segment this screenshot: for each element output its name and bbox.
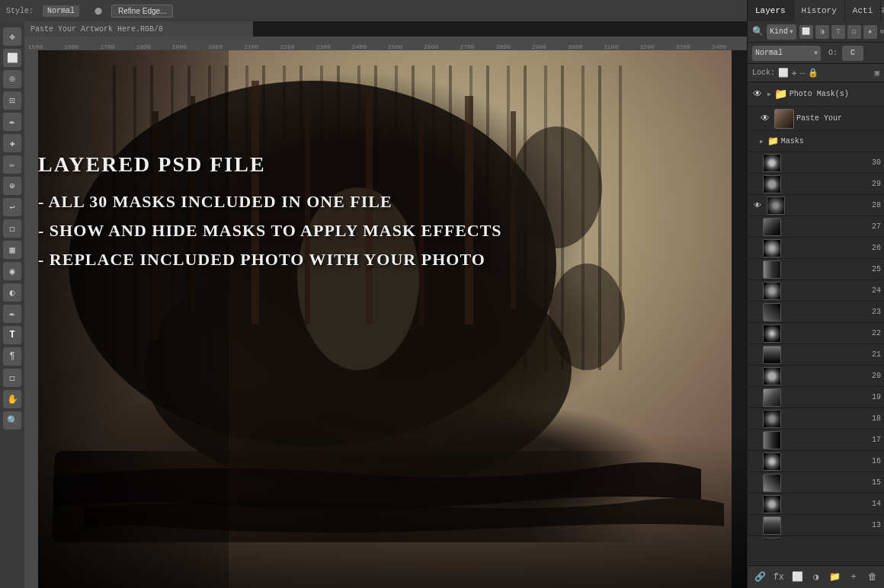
link-layers-icon[interactable]: 🔗 xyxy=(751,569,768,586)
blend-mode-dropdown[interactable]: Normal ▼ xyxy=(752,46,821,61)
pen-tool[interactable]: ✒ xyxy=(3,305,21,323)
ruler-mark: 2100 xyxy=(244,43,258,50)
layer-mask-icon[interactable]: ⬜ xyxy=(789,569,806,586)
eyedropper-tool[interactable]: ✒ xyxy=(3,113,21,131)
mask-layer-16[interactable]: 16 xyxy=(748,451,884,472)
group-layers-icon[interactable]: 📁 xyxy=(827,569,844,586)
paste-layer-visibility-icon[interactable]: 👁 xyxy=(758,112,772,126)
gradient-tool[interactable]: ▦ xyxy=(3,241,21,259)
lasso-tool[interactable]: ⌾ xyxy=(3,70,21,88)
ruler-left xyxy=(24,50,38,588)
masks-folder-icon: 📁 xyxy=(767,136,779,147)
mask-26-thumbnail xyxy=(763,239,781,257)
mask-layer-17[interactable]: 17 xyxy=(748,430,884,451)
kind-dropdown-arrow[interactable]: ▼ xyxy=(790,28,793,35)
adjustment-filter-icon[interactable]: ◑ xyxy=(815,25,829,39)
ruler-mark: 3100 xyxy=(604,43,618,50)
mask-layer-28[interactable]: 👁 28 xyxy=(748,195,884,216)
mask-24-number: 24 xyxy=(872,286,881,295)
opacity-value-field[interactable]: C xyxy=(842,46,863,61)
masks-group[interactable]: ▶ 📁 Masks xyxy=(748,131,884,152)
tab-history[interactable]: History xyxy=(794,0,845,21)
feature-item-2: - SHOW AND HIDE MASKS TO APPLY MASK EFFE… xyxy=(38,221,502,241)
mask-layer-22[interactable]: 22 xyxy=(748,323,884,344)
mask-17-number: 17 xyxy=(872,436,881,444)
delete-layer-icon[interactable]: 🗑 xyxy=(864,569,881,586)
type-tool[interactable]: T xyxy=(3,326,21,344)
mask-16-thumbnail xyxy=(763,452,781,471)
mask-layer-18[interactable]: 18 xyxy=(748,408,884,430)
lock-all-icon[interactable]: 🔒 xyxy=(808,68,818,78)
crop-tool[interactable]: ⊡ xyxy=(3,91,21,110)
adjustment-layer-icon[interactable]: ◑ xyxy=(808,569,825,586)
shape-filter-icon[interactable]: ◻ xyxy=(847,25,861,39)
mask-layer-15[interactable]: 15 xyxy=(748,472,884,494)
mask-layer-23[interactable]: 23 xyxy=(748,302,884,323)
lock-position-icon[interactable]: ✚ xyxy=(792,68,797,78)
panel-options-button[interactable]: ≡ xyxy=(881,0,884,21)
ruler-mark: 2400 xyxy=(352,43,367,50)
overlay-text-container: LAYERED PSD FILE - ALL 30 MASKS INCLUDED… xyxy=(38,152,502,279)
mask-layer-30[interactable]: 30 xyxy=(748,152,884,174)
type-filter-icon[interactable]: T xyxy=(831,25,845,39)
lock-artboard-icon[interactable]: ↔ xyxy=(800,69,806,78)
move-tool[interactable]: ✥ xyxy=(3,27,21,46)
ruler-mark: 1800 xyxy=(136,43,151,50)
mask-layer-13[interactable]: 13 xyxy=(748,515,884,536)
mask-layer-27[interactable]: 27 xyxy=(748,216,884,238)
tab-layers[interactable]: Layers xyxy=(748,0,794,21)
mask-layer-26[interactable]: 26 xyxy=(748,238,884,259)
mask-25-thumbnail xyxy=(763,260,781,279)
mask-layer-19[interactable]: 19 xyxy=(748,387,884,408)
mask-28-number: 28 xyxy=(872,201,881,209)
mask-23-thumbnail xyxy=(763,303,781,321)
photo-masks-visibility-icon[interactable]: 👁 xyxy=(751,88,764,101)
healing-tool[interactable]: ✚ xyxy=(3,134,21,152)
ruler-mark: 3300 xyxy=(676,43,690,50)
mask-layer-20[interactable]: 20 xyxy=(748,366,884,387)
refine-edge-button[interactable]: Refine Edge... xyxy=(111,5,173,18)
shape-tool[interactable]: ◻ xyxy=(3,369,21,387)
ruler-mark: 2900 xyxy=(532,43,546,50)
mask-15-number: 15 xyxy=(872,478,881,487)
lock-pixels-icon[interactable]: ⬜ xyxy=(778,68,789,78)
hand-tool[interactable]: ✋ xyxy=(3,390,21,408)
mask-layer-29[interactable]: 29 xyxy=(748,174,884,195)
path-tool[interactable]: ¶ xyxy=(3,347,21,366)
zoom-tool[interactable]: 🔍 xyxy=(3,411,21,430)
mask-21-number: 21 xyxy=(872,350,881,359)
mask-layer-12[interactable]: 12 xyxy=(748,536,884,539)
feature-item-3: - REPLACE INCLUDED PHOTO WITH YOUR PHOTO xyxy=(38,250,502,270)
mask-26-number: 26 xyxy=(872,244,881,252)
eraser-tool[interactable]: ◻ xyxy=(3,219,21,238)
mask-28-visibility[interactable]: 👁 xyxy=(751,199,764,213)
layer-styles-icon[interactable]: fx xyxy=(770,569,787,586)
photo-masks-group[interactable]: 👁 ▶ 📁 Photo Mask(s) xyxy=(748,82,884,107)
filter-toggle-icon[interactable]: ⊙ xyxy=(880,25,884,39)
mask-layer-24[interactable]: 24 xyxy=(748,280,884,302)
pixel-filter-icon[interactable]: ⬜ xyxy=(799,25,813,39)
mask-layer-21[interactable]: 21 xyxy=(748,344,884,366)
brush-tool[interactable]: ✏ xyxy=(3,155,21,174)
ruler-marks: 1500 1600 1700 1800 1900 2000 2100 2200 … xyxy=(24,37,747,50)
style-value[interactable]: Normal xyxy=(43,5,79,17)
dodge-tool[interactable]: ◐ xyxy=(3,283,21,302)
layers-list[interactable]: 👁 ▶ 📁 Photo Mask(s) 👁 Paste Your ▶ 📁 Mas… xyxy=(748,82,884,539)
mask-layer-14[interactable]: 14 xyxy=(748,494,884,515)
lock-fill-icon[interactable]: ▣ xyxy=(874,68,879,78)
ruler-mark: 2800 xyxy=(496,43,511,50)
blend-mode-arrow: ▼ xyxy=(814,50,818,56)
smart-filter-icon[interactable]: ◈ xyxy=(863,25,877,39)
paste-your-layer[interactable]: 👁 Paste Your xyxy=(748,107,884,131)
mask-layer-25[interactable]: 25 xyxy=(748,259,884,280)
blur-tool[interactable]: ◉ xyxy=(3,262,21,280)
stamp-tool[interactable]: ⊕ xyxy=(3,177,21,195)
opacity-label: O: xyxy=(828,49,838,57)
ruler-mark: 3400 xyxy=(712,43,726,50)
new-layer-icon[interactable]: + xyxy=(845,569,862,586)
mask-19-number: 19 xyxy=(872,393,881,401)
tab-actions[interactable]: Acti xyxy=(845,0,881,21)
history-brush-tool[interactable]: ↩ xyxy=(3,198,21,216)
kind-label: Kind xyxy=(770,27,788,36)
select-tool[interactable]: ⬜ xyxy=(3,49,21,67)
